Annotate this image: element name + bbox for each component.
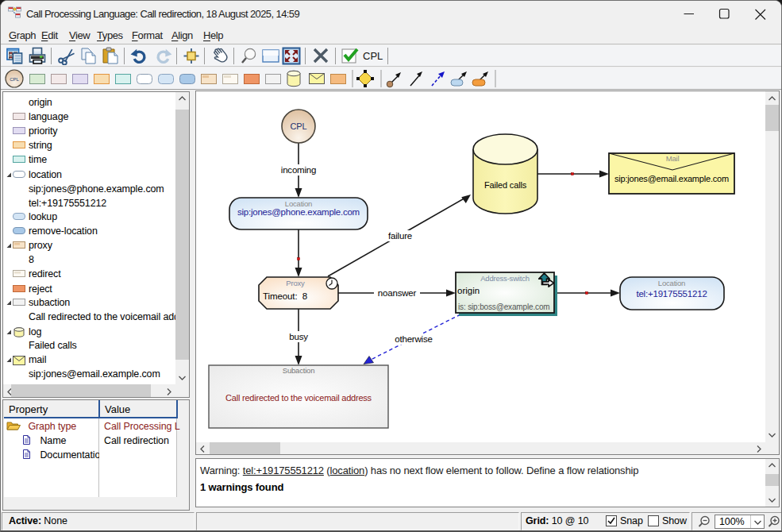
svg-text:noanswer: noanswer	[378, 288, 417, 298]
svg-text:is: sip:boss@example.com: is: sip:boss@example.com	[458, 303, 549, 311]
svg-text:sip:jones@phone.example.com: sip:jones@phone.example.com	[237, 207, 360, 217]
svg-text:failure: failure	[388, 231, 412, 241]
svg-text:Timeout: 8: Timeout: 8	[263, 291, 307, 301]
svg-text:Location: Location	[658, 279, 685, 287]
svg-text:CPL: CPL	[10, 77, 19, 82]
svg-text:Call redirected to the voicema: Call redirected to the voicemail address	[225, 393, 372, 403]
svg-text:Proxy: Proxy	[286, 279, 305, 287]
svg-text:incoming: incoming	[281, 165, 316, 175]
svg-text:origin: origin	[457, 286, 480, 295]
svg-text:Address-switch: Address-switch	[480, 274, 530, 283]
svg-text:busy: busy	[289, 332, 308, 341]
svg-text:Failed calls: Failed calls	[484, 180, 527, 190]
svg-text:otherwise: otherwise	[395, 334, 432, 344]
svg-text:tel:+19175551212: tel:+19175551212	[636, 289, 707, 299]
svg-text:Subaction: Subaction	[283, 366, 314, 375]
svg-text:Location: Location	[285, 199, 312, 208]
svg-text:sip:jones@email.example.com: sip:jones@email.example.com	[614, 174, 729, 183]
svg-text:CPL: CPL	[291, 121, 307, 131]
svg-text:Mail: Mail	[666, 154, 680, 163]
